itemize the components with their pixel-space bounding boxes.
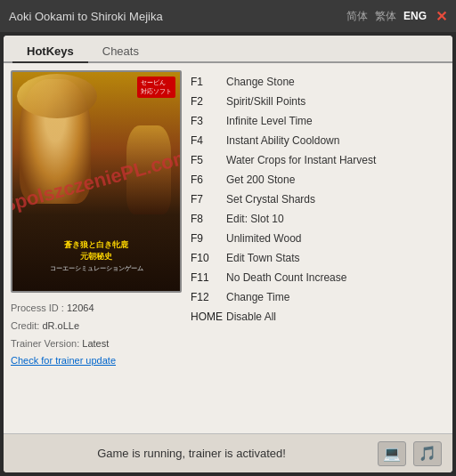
home-key-row: HOMEDisable All: [191, 311, 445, 323]
hotkey-label: Water Crops for Instant Harvest: [226, 152, 376, 168]
hotkey-row: F1Change Stone: [191, 72, 445, 92]
body-area: セービん 対応ソフト 蒼き狼と白き牝鹿 元朝秘史 コーエーシミュレーションゲーム…: [4, 63, 452, 433]
hotkey-label: Spirit/Skill Points: [226, 93, 305, 109]
hotkey-label: No Death Count Increase: [226, 270, 346, 286]
hotkey-row: F3Infinite Level Time: [191, 111, 445, 131]
language-switcher: 简体 繁体 ENG: [346, 9, 427, 24]
trainer-info: Trainer Version: Latest: [11, 335, 182, 353]
cover-title-jp: 蒼き狼と白き牝鹿 元朝秘史 コーエーシミュレーションゲーム: [50, 239, 143, 273]
hotkey-key: F3: [191, 113, 226, 129]
status-message: Game is running, trainer is activated!: [14, 447, 369, 460]
game-cover: セービん 対応ソフト 蒼き狼と白き牝鹿 元朝秘史 コーエーシミュレーションゲーム…: [11, 70, 182, 293]
hotkey-key: F1: [191, 74, 226, 90]
hotkey-key: F2: [191, 93, 226, 109]
lang-simplified[interactable]: 简体: [346, 9, 368, 24]
title-bar: Aoki Ookami to Shiroki Mejika 简体 繁体 ENG …: [0, 0, 456, 32]
lang-traditional[interactable]: 繁体: [375, 9, 396, 24]
tab-bar: HotKeys Cheats: [4, 36, 452, 63]
hotkey-key: F7: [191, 191, 226, 207]
home-key: HOME: [191, 311, 226, 323]
hotkey-key: F8: [191, 211, 226, 227]
lang-english[interactable]: ENG: [403, 10, 427, 22]
status-bar: Game is running, trainer is activated! 💻…: [4, 433, 452, 472]
monitor-icon-btn[interactable]: 💻: [378, 441, 406, 466]
home-label: Disable All: [226, 311, 276, 323]
hotkey-label: Instant Ability Cooldown: [226, 133, 339, 149]
hotkey-row: F7Set Crystal Shards: [191, 190, 445, 209]
hotkey-label: Edit Town Stats: [226, 250, 300, 266]
hotkey-label: Set Crystal Shards: [226, 191, 315, 207]
credit-label: Credit:: [11, 320, 39, 331]
hotkey-row: F5Water Crops for Instant Harvest: [191, 150, 445, 170]
hotkey-row: F12Change Time: [191, 287, 445, 307]
hotkey-label: Get 200 Stone: [226, 172, 295, 188]
update-link[interactable]: Check for trainer update: [11, 355, 116, 366]
hotkey-key: F9: [191, 230, 226, 246]
status-icons: 💻 🎵: [378, 441, 442, 466]
update-link-container: Check for trainer update: [11, 352, 182, 370]
tab-cheats[interactable]: Cheats: [88, 41, 153, 63]
hotkeys-panel: F1Change StoneF2Spirit/Skill PointsF3Inf…: [191, 70, 445, 426]
process-value: 12064: [67, 303, 94, 313]
hotkey-key: F6: [191, 172, 226, 188]
hotkey-key: F12: [191, 289, 226, 305]
hotkeys-list: F1Change StoneF2Spirit/Skill PointsF3Inf…: [191, 72, 445, 307]
hotkey-label: Unlimited Wood: [226, 230, 301, 246]
process-info: Process ID : 12064: [11, 300, 182, 318]
process-label: Process ID :: [11, 303, 64, 313]
hotkey-label: Edit: Slot 10: [226, 211, 284, 227]
hotkey-row: F2Spirit/Skill Points: [191, 92, 445, 111]
hotkey-key: F4: [191, 133, 226, 149]
hotkey-row: F8Edit: Slot 10: [191, 209, 445, 229]
close-button[interactable]: ✕: [436, 8, 447, 25]
credit-value: dR.oLLe: [42, 320, 79, 331]
cover-badge: セービん 対応ソフト: [137, 77, 175, 98]
hotkey-row: F6Get 200 Stone: [191, 170, 445, 190]
hotkey-row: F11No Death Count Increase: [191, 268, 445, 287]
hotkey-row: F4Instant Ability Cooldown: [191, 131, 445, 150]
trainer-label: Trainer Version:: [11, 338, 79, 349]
game-info: Process ID : 12064 Credit: dR.oLLe Train…: [11, 300, 182, 370]
hotkey-label: Change Time: [226, 289, 289, 305]
hotkey-key: F10: [191, 250, 226, 266]
app-title: Aoki Ookami to Shiroki Mejika: [9, 10, 346, 23]
hotkey-row: F10Edit Town Stats: [191, 248, 445, 268]
game-image-panel: セービん 対応ソフト 蒼き狼と白き牝鹿 元朝秘史 コーエーシミュレーションゲーム…: [11, 70, 182, 426]
music-icon-btn[interactable]: 🎵: [413, 441, 442, 466]
hotkey-label: Infinite Level Time: [226, 113, 313, 129]
tab-hotkeys[interactable]: HotKeys: [12, 41, 88, 63]
credit-info: Credit: dR.oLLe: [11, 318, 182, 335]
main-content: HotKeys Cheats セービん 対応ソフト: [4, 36, 452, 472]
hotkey-row: F9Unlimited Wood: [191, 229, 445, 248]
hotkey-key: F5: [191, 152, 226, 168]
trainer-value: Latest: [82, 338, 109, 349]
hotkey-label: Change Stone: [226, 74, 295, 90]
hotkey-key: F11: [191, 270, 226, 286]
